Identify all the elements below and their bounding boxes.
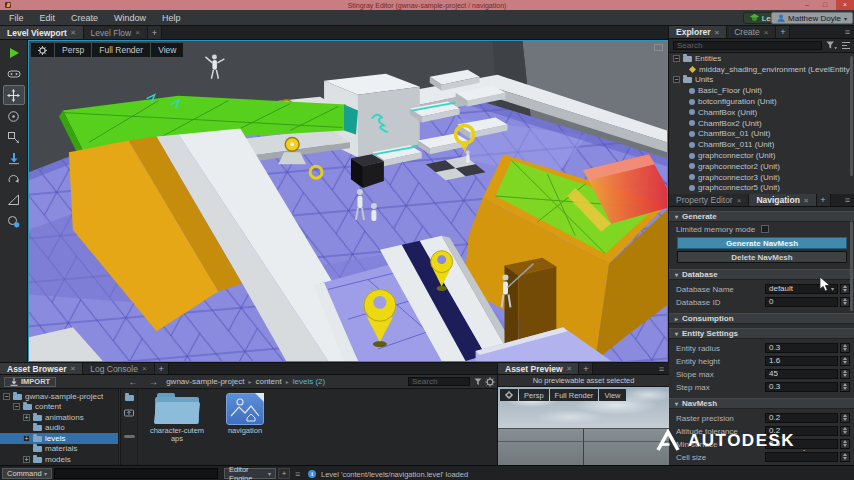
menu-create[interactable]: Create — [71, 13, 98, 23]
tab-close-icon[interactable]: × — [71, 28, 76, 37]
add-tab-button[interactable]: + — [155, 363, 169, 374]
stepper[interactable] — [840, 343, 850, 353]
asset-search-input[interactable] — [408, 377, 470, 386]
stepper[interactable] — [840, 356, 850, 366]
tree-item-unit[interactable]: Basic_Floor (Unit) — [669, 85, 854, 96]
expander-icon[interactable]: − — [673, 55, 680, 62]
stepper[interactable] — [840, 439, 850, 449]
tree-item-entities[interactable]: −Entities — [669, 53, 854, 64]
asset-item-navigation[interactable]: navigation — [213, 393, 277, 435]
tree-item-audio[interactable]: audio — [0, 423, 118, 434]
tree-item-unit[interactable]: ChamfBox_01 (Unit) — [669, 129, 854, 140]
menu-edit[interactable]: Edit — [40, 13, 56, 23]
stepper[interactable] — [840, 382, 850, 392]
breadcrumb-levels[interactable]: levels (2) — [293, 377, 325, 386]
database-id-stepper[interactable] — [840, 297, 850, 307]
snap-to-ground-button[interactable] — [3, 148, 25, 168]
filter-icon[interactable] — [826, 41, 837, 50]
entity-radius-field[interactable]: 0.3 — [765, 343, 838, 353]
delete-navmesh-button[interactable]: Delete NavMesh — [677, 251, 847, 263]
back-button[interactable]: ← — [128, 376, 138, 387]
generate-navmesh-button[interactable]: Generate NavMesh — [677, 237, 847, 249]
measure-tool-button[interactable] — [3, 190, 25, 210]
menu-window[interactable]: Window — [114, 13, 146, 23]
panel-menu-icon[interactable]: ≡ — [840, 26, 854, 38]
titlebar[interactable]: Stingray Editor (gwnav-sample-project / … — [0, 0, 854, 10]
expander-icon[interactable]: − — [13, 403, 20, 410]
preview-view-menu-button[interactable]: View — [599, 389, 625, 401]
tab-navigation[interactable]: Navigation × — [749, 194, 816, 206]
log-list-icon[interactable]: ≡ — [295, 469, 300, 479]
tree-item-unit[interactable]: ChamfBox (Unit) — [669, 107, 854, 118]
slope-max-field[interactable]: 45 — [765, 369, 838, 379]
tab-close-icon[interactable]: × — [737, 196, 742, 205]
stepper[interactable] — [840, 413, 850, 423]
tab-close-icon[interactable]: × — [764, 28, 769, 37]
tab-level-flow[interactable]: Level Flow × — [84, 26, 148, 39]
tree-item-models[interactable]: +models — [0, 454, 118, 465]
database-id-field[interactable]: 0 — [765, 297, 838, 307]
play-button[interactable] — [3, 43, 25, 63]
viewport-settings-button[interactable] — [31, 43, 54, 57]
preview-camera-mode-button[interactable]: Persp — [519, 389, 549, 401]
rotate-tool-button[interactable] — [3, 106, 25, 126]
import-button[interactable]: IMPORT — [4, 377, 56, 387]
scale-tool-button[interactable] — [3, 127, 25, 147]
add-console-button[interactable]: + — [278, 468, 290, 479]
physics-drop-button[interactable] — [3, 211, 25, 231]
cell-size-field[interactable] — [765, 452, 838, 462]
tree-item-content[interactable]: −content — [0, 402, 118, 413]
level-viewport-3d[interactable]: Persp Full Render View — [28, 40, 668, 362]
expander-icon[interactable]: − — [3, 393, 10, 400]
tree-item-unit[interactable]: graphconnector (Unit) — [669, 150, 854, 161]
raster-precision-field[interactable]: 0.2 — [765, 413, 838, 423]
tab-asset-browser[interactable]: Asset Browser × — [0, 363, 83, 374]
view-menu-button[interactable]: View — [151, 43, 183, 57]
preview-render-mode-button[interactable]: Full Render — [550, 389, 599, 401]
add-tab-button[interactable]: + — [579, 363, 593, 374]
gear-icon[interactable] — [485, 377, 495, 387]
tab-level-viewport[interactable]: Level Viewport × — [0, 26, 84, 39]
section-generate[interactable]: ▾ Generate — [669, 211, 854, 222]
entity-height-field[interactable]: 1.6 — [765, 356, 838, 366]
tree-item-entity[interactable]: midday_shading_environment (LevelEntity) — [669, 64, 854, 75]
tab-close-icon[interactable]: × — [142, 364, 147, 373]
tree-item-animations[interactable]: +animations — [0, 412, 118, 423]
stepper[interactable] — [840, 452, 850, 462]
editor-engine-tab[interactable]: Editor Engine ▾ — [224, 468, 276, 479]
tree-item-project[interactable]: −gwnav-sample-project — [0, 391, 118, 402]
menu-file[interactable]: File — [9, 13, 24, 23]
tab-close-icon[interactable]: × — [567, 364, 572, 373]
tab-close-icon[interactable]: × — [804, 196, 809, 205]
tab-log-console[interactable]: Log Console × — [83, 363, 154, 374]
stepper[interactable] — [840, 426, 850, 436]
folder-up-icon[interactable] — [124, 408, 134, 417]
step-max-field[interactable]: 0.3 — [765, 382, 838, 392]
tree-item-unit[interactable]: graphconnector5 (Unit) — [669, 183, 854, 194]
tree-item-unit[interactable]: graphconnector2 (Unit) — [669, 161, 854, 172]
user-menu-button[interactable]: Matthew Doyle ▾ — [771, 12, 853, 24]
explorer-search-input[interactable] — [673, 41, 822, 50]
database-name-stepper[interactable] — [840, 284, 850, 294]
add-tab-button[interactable]: + — [148, 26, 162, 39]
tree-item-unit[interactable]: botconfiguration (Unit) — [669, 96, 854, 107]
section-entity-settings[interactable]: ▾ Entity Settings — [669, 328, 854, 339]
section-navmesh[interactable]: ▾ NavMesh — [669, 398, 854, 409]
tab-close-icon[interactable]: × — [135, 28, 140, 37]
tab-explorer[interactable]: Explorer × — [669, 26, 727, 38]
command-input[interactable] — [54, 468, 218, 479]
gamepad-test-button[interactable] — [3, 64, 25, 84]
section-consumption[interactable]: ▸ Consumption — [669, 313, 854, 324]
properties-scrollbar[interactable] — [850, 221, 853, 311]
command-button[interactable]: Command ▾ — [2, 468, 52, 479]
tree-item-unit[interactable]: ChamfBox_011 (Unit) — [669, 139, 854, 150]
panel-menu-icon[interactable]: ≡ — [840, 194, 854, 206]
move-tool-button[interactable] — [3, 85, 25, 105]
stepper[interactable] — [840, 369, 850, 379]
folder-view-icon[interactable] — [125, 395, 134, 401]
breadcrumb-project[interactable]: gwnav-sample-project — [166, 377, 244, 386]
tab-asset-preview[interactable]: Asset Preview × — [498, 363, 579, 374]
tree-item-levels[interactable]: +levels — [0, 433, 118, 444]
viewport-maximize-icon[interactable] — [654, 44, 663, 51]
camera-mode-button[interactable]: Persp — [55, 43, 91, 57]
